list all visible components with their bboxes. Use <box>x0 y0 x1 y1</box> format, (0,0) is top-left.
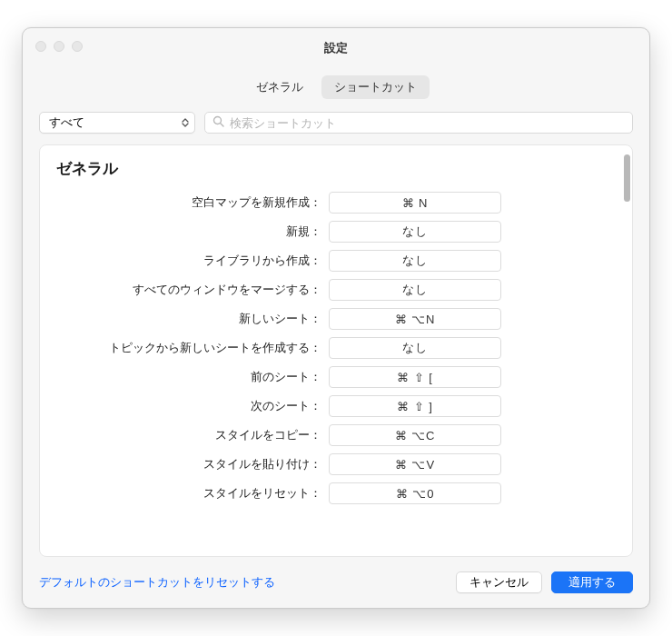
shortcut-field[interactable]: なし <box>329 221 501 243</box>
window-controls <box>35 41 83 52</box>
scrollbar[interactable] <box>624 154 630 202</box>
shortcut-row: トピックから新しいシートを作成する： なし <box>56 337 616 359</box>
row-label: ライブラリから作成： <box>56 253 329 269</box>
shortcut-field[interactable]: なし <box>329 250 501 272</box>
tab-shortcuts[interactable]: ショートカット <box>321 75 430 99</box>
row-label: 前のシート： <box>56 369 329 385</box>
row-label: トピックから新しいシートを作成する： <box>56 340 329 356</box>
row-label: スタイルを貼り付け： <box>56 456 329 472</box>
row-label: スタイルをコピー： <box>56 427 329 443</box>
tab-general[interactable]: ゼネラル <box>243 75 316 99</box>
search-field[interactable] <box>204 112 633 134</box>
shortcut-field[interactable]: ⌘ N <box>329 192 501 214</box>
shortcut-row: 空白マップを新規作成： ⌘ N <box>56 192 616 214</box>
row-label: スタイルをリセット： <box>56 485 329 502</box>
minimize-icon[interactable] <box>54 41 64 52</box>
shortcut-field[interactable]: ⌘ ⌥V <box>329 453 501 475</box>
shortcut-row: スタイルをコピー： ⌘ ⌥C <box>56 424 616 446</box>
toolbar: すべて <box>23 112 649 144</box>
shortcut-row: 新しいシート： ⌘ ⌥N <box>56 308 616 330</box>
shortcut-row: スタイルをリセット： ⌘ ⌥0 <box>56 482 616 504</box>
category-select[interactable]: すべて <box>39 112 195 134</box>
search-icon <box>212 114 224 131</box>
window-title: 設定 <box>324 40 348 56</box>
row-label: 新しいシート： <box>56 311 329 327</box>
shortcut-field[interactable]: ⌘ ⌥0 <box>329 482 501 504</box>
category-select-value: すべて <box>49 114 84 131</box>
cancel-button[interactable]: キャンセル <box>456 571 542 593</box>
section-title: ゼネラル <box>56 158 616 179</box>
shortcut-field[interactable]: ⌘ ⌥C <box>329 424 501 446</box>
zoom-icon[interactable] <box>72 41 83 52</box>
shortcut-row: 前のシート： ⌘ ⇧ [ <box>56 366 616 388</box>
svg-line-1 <box>221 124 224 127</box>
row-label: すべてのウィンドウをマージする： <box>56 282 329 298</box>
close-icon[interactable] <box>35 41 46 52</box>
chevron-updown-icon <box>182 118 189 127</box>
shortcut-field[interactable]: ⌘ ⇧ ] <box>329 395 501 417</box>
settings-window: 設定 ゼネラル ショートカット すべて ゼネラル 空白マップを新規作成： ⌘ N <box>22 27 650 609</box>
tab-bar: ゼネラル ショートカット <box>23 68 649 112</box>
shortcut-field[interactable]: なし <box>329 279 501 301</box>
panel-content: ゼネラル 空白マップを新規作成： ⌘ N 新規： なし ライブラリから作成： な… <box>40 145 632 556</box>
apply-button[interactable]: 適用する <box>551 571 633 593</box>
footer: デフォルトのショートカットをリセットする キャンセル 適用する <box>23 557 649 608</box>
shortcuts-panel: ゼネラル 空白マップを新規作成： ⌘ N 新規： なし ライブラリから作成： な… <box>39 144 633 557</box>
row-label: 新規： <box>56 224 329 240</box>
shortcut-row: 新規： なし <box>56 221 616 243</box>
titlebar: 設定 <box>23 28 649 68</box>
row-label: 空白マップを新規作成： <box>56 194 329 211</box>
shortcut-field[interactable]: なし <box>329 337 501 359</box>
shortcut-row: ライブラリから作成： なし <box>56 250 616 272</box>
reset-defaults-link[interactable]: デフォルトのショートカットをリセットする <box>39 574 275 591</box>
search-input[interactable] <box>230 116 625 130</box>
shortcut-row: スタイルを貼り付け： ⌘ ⌥V <box>56 453 616 475</box>
shortcut-field[interactable]: ⌘ ⌥N <box>329 308 501 330</box>
shortcut-row: すべてのウィンドウをマージする： なし <box>56 279 616 301</box>
shortcut-field[interactable]: ⌘ ⇧ [ <box>329 366 501 388</box>
row-label: 次のシート： <box>56 398 329 414</box>
shortcut-row: 次のシート： ⌘ ⇧ ] <box>56 395 616 417</box>
